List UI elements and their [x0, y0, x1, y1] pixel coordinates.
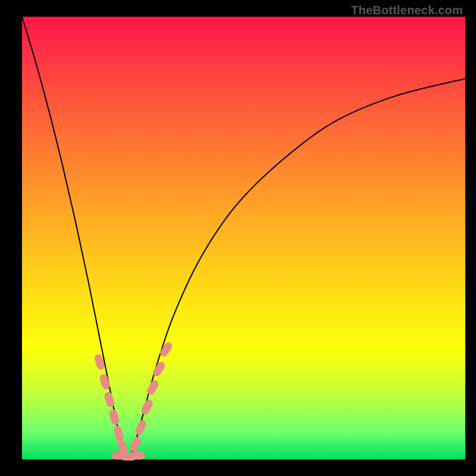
data-marker — [140, 399, 154, 416]
svg-rect-11 — [158, 341, 173, 358]
data-marker — [99, 373, 111, 390]
chart-svg — [0, 0, 476, 476]
svg-rect-4 — [112, 425, 124, 443]
data-marker — [158, 341, 173, 358]
data-marker — [129, 436, 142, 453]
data-marker — [108, 409, 120, 426]
svg-rect-6 — [129, 436, 142, 453]
data-marker — [130, 452, 145, 460]
svg-rect-9 — [146, 379, 160, 396]
data-marker — [104, 391, 115, 408]
data-marker — [112, 425, 124, 443]
svg-rect-8 — [140, 399, 154, 416]
svg-rect-7 — [134, 419, 148, 436]
svg-rect-1 — [99, 373, 111, 390]
svg-rect-3 — [108, 409, 120, 426]
svg-rect-14 — [130, 452, 145, 460]
chart-frame: TheBottleneck.com — [0, 0, 476, 476]
data-marker — [134, 419, 148, 436]
data-marker — [146, 379, 160, 396]
bottleneck-curve — [22, 17, 465, 459]
svg-rect-2 — [104, 391, 115, 408]
